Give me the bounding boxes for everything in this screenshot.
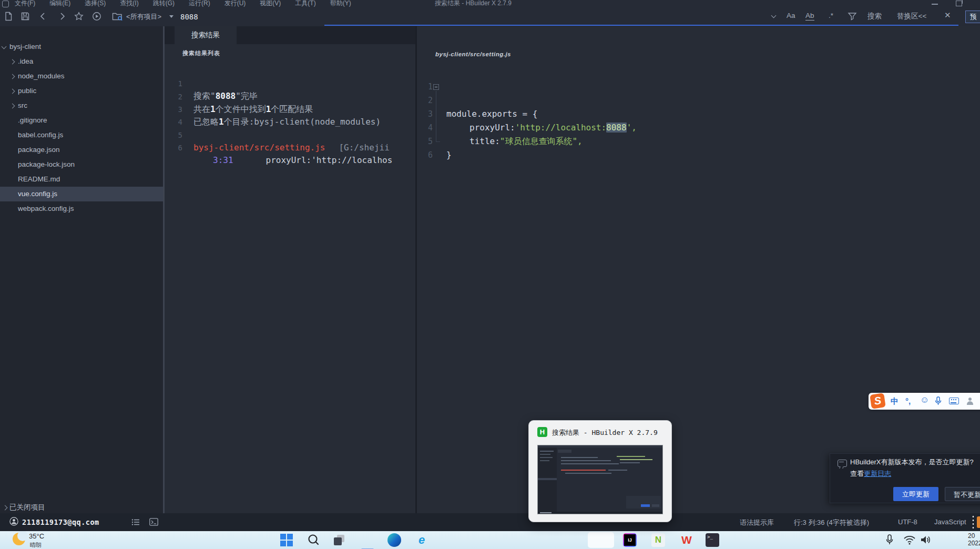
close-search-icon[interactable]: ✕	[944, 11, 951, 20]
internet-explorer-icon[interactable]: e	[415, 533, 428, 547]
account-email[interactable]: 2118119173@qq.com	[22, 518, 99, 526]
tree-item-package-lock[interactable]: package-lock.json	[0, 157, 163, 172]
code-line[interactable]: 6	[417, 135, 980, 148]
weather-desc[interactable]: 晴朗	[30, 541, 42, 549]
fold-marker-icon[interactable]	[433, 84, 439, 90]
match-case-toggle[interactable]: Aa	[787, 12, 795, 19]
changelog-link[interactable]: 更新日志	[864, 470, 891, 477]
menu-view[interactable]: 视图(V)	[260, 0, 281, 7]
result-line[interactable]: 1 搜索"8088"完毕	[165, 65, 415, 77]
closed-projects-item[interactable]: 已关闭项目	[0, 500, 163, 515]
code-line[interactable]: 4 title:"球员信息查询系统",	[417, 107, 980, 121]
search-scope-icon[interactable]	[111, 11, 122, 22]
result-line[interactable]: 2 共在1个文件中找到1个匹配结果	[165, 78, 415, 90]
menubar: 文件(F) 编辑(E) 选择(S) 查找(I) 跳转(G) 运行(R) 发行(U…	[0, 0, 980, 7]
syntax-lib-status[interactable]: 语法提示库	[740, 518, 774, 527]
taskbar-clock[interactable]: 20 2022/7	[968, 532, 980, 547]
save-icon[interactable]	[20, 11, 30, 22]
emoji-icon[interactable]: ☺	[920, 395, 929, 405]
search-scope-dropdown[interactable]: <所有项目>	[126, 12, 161, 22]
ime-microphone-icon[interactable]	[935, 396, 942, 409]
tree-item-gitignore[interactable]: .gitignore	[0, 113, 163, 128]
result-match-line[interactable]: 6 3:31proxyUrl:'http://localhos	[165, 129, 415, 141]
outline-list-icon[interactable]	[131, 518, 140, 527]
result-file-line[interactable]: 5 bysj-client/src/setting.js[G:/shejii	[165, 116, 415, 129]
toolbar: <所有项目> Aa Ab .* 搜索 替换区<< ✕ 预	[0, 7, 980, 26]
scope-caret-icon[interactable]	[169, 15, 173, 18]
console-icon[interactable]	[149, 518, 158, 527]
search-options-chevron-icon[interactable]	[772, 14, 776, 18]
volume-tray-icon[interactable]	[920, 535, 932, 547]
menu-publish[interactable]: 发行(U)	[224, 0, 246, 7]
language-status[interactable]: JavaScript	[934, 518, 966, 526]
start-button-icon[interactable]	[280, 533, 294, 548]
terminal-icon[interactable]: >_	[706, 533, 719, 547]
menu-run[interactable]: 运行(R)	[189, 0, 210, 7]
remote-desktop-icon[interactable]	[360, 547, 374, 549]
taskbar-search-icon[interactable]	[307, 533, 320, 547]
run-icon[interactable]	[91, 11, 102, 22]
tree-item-public[interactable]: public	[0, 84, 163, 98]
weather-temp[interactable]: 35°C	[29, 532, 44, 540]
encoding-status[interactable]: UTF-8	[898, 518, 917, 526]
notepad-plus-plus-icon[interactable]: N	[651, 533, 665, 547]
closed-projects-label: 已关闭项目	[9, 500, 45, 515]
preview-button[interactable]: 预	[965, 11, 980, 23]
tree-item-package-json[interactable]: package.json	[0, 143, 163, 157]
new-file-icon[interactable]	[3, 11, 14, 22]
replace-area-toggle[interactable]: 替换区<<	[897, 12, 926, 21]
code-line[interactable]: 3 proxyUrl:'http://localhost:8088',	[417, 94, 980, 107]
wifi-tray-icon[interactable]	[903, 535, 916, 547]
task-view-icon[interactable]	[333, 533, 346, 547]
menu-help[interactable]: 帮助(Y)	[330, 0, 351, 7]
code-line[interactable]: 2 module.exports = {	[417, 80, 980, 94]
menu-tools[interactable]: 工具(T)	[295, 0, 315, 7]
app-logo-icon	[2, 1, 9, 7]
tree-item-vue-config[interactable]: vue.config.js	[0, 187, 163, 201]
tree-item-idea[interactable]: .idea	[0, 54, 163, 69]
menu-edit[interactable]: 编辑(E)	[49, 0, 70, 7]
clock-time: 20	[968, 532, 980, 540]
chevron-right-icon	[10, 89, 15, 94]
ime-punctuation-toggle[interactable]: °,	[905, 396, 911, 406]
intellij-idea-icon[interactable]: IJ	[623, 533, 637, 547]
result-filename[interactable]: bysj-client/src/setting.js	[193, 143, 325, 152]
tree-item-babel-config[interactable]: babel.config.js	[0, 128, 163, 143]
menu-find[interactable]: 查找(I)	[120, 0, 138, 7]
result-line[interactable]: 3 已忽略1个目录:bysj-client(node_modules)	[165, 90, 415, 103]
back-icon[interactable]	[38, 11, 48, 22]
menu-select[interactable]: 选择(S)	[85, 0, 106, 7]
update-later-button[interactable]: 暂不更新	[945, 487, 980, 501]
search-button[interactable]: 搜索	[867, 12, 882, 21]
menu-file[interactable]: 文件(F)	[15, 0, 35, 7]
tree-item-readme[interactable]: README.md	[0, 172, 163, 187]
minimize-button[interactable]	[932, 4, 938, 5]
chevron-right-icon	[10, 59, 15, 65]
code-line[interactable]: 5 }	[417, 121, 980, 135]
cursor-position-status[interactable]: 行:3 列:36 (4字符被选择)	[794, 518, 869, 527]
forward-icon[interactable]	[57, 11, 67, 22]
taskbar-preview-popup[interactable]: H 搜索结果 - HBuilder X 2.7.9	[528, 420, 672, 522]
filter-icon[interactable]	[848, 12, 858, 22]
ime-mode-toggle[interactable]: 中	[891, 396, 899, 406]
weather-moon-icon[interactable]	[13, 533, 25, 545]
update-now-button[interactable]: 立即更新	[893, 487, 938, 501]
search-input[interactable]	[179, 10, 318, 24]
bookmark-star-icon[interactable]	[74, 11, 84, 22]
edge-icon[interactable]	[387, 533, 401, 547]
tab-search-results[interactable]: 搜索结果	[175, 26, 237, 44]
code-line[interactable]: 1	[417, 66, 980, 80]
restore-button[interactable]	[956, 1, 962, 6]
chevron-down-icon	[2, 44, 7, 49]
tree-root-bysj-client[interactable]: bysj-client	[0, 39, 163, 54]
tree-item-node-modules[interactable]: node_modules	[0, 69, 163, 84]
sogou-logo-icon[interactable]: S	[870, 393, 885, 409]
menu-goto[interactable]: 跳转(G)	[153, 0, 175, 7]
window-thumbnail[interactable]	[537, 445, 663, 514]
wps-office-icon[interactable]: W	[680, 533, 693, 547]
tree-item-webpack-config[interactable]: webpack.config.js	[0, 201, 163, 216]
regex-toggle[interactable]: .*	[829, 12, 833, 19]
match-word-toggle[interactable]: Ab	[805, 12, 814, 21]
tree-item-src[interactable]: src	[0, 98, 163, 113]
microphone-tray-icon[interactable]	[885, 534, 894, 548]
